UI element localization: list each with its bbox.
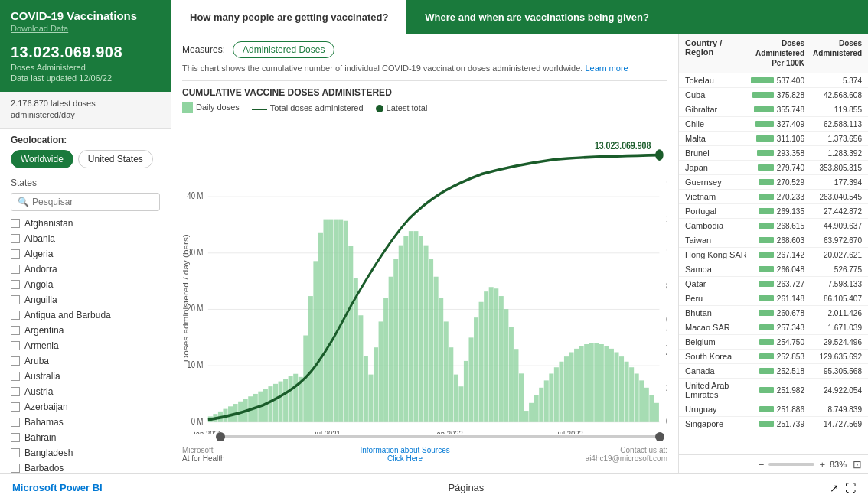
table-row[interactable]: South Korea 252.853 129.635.692 bbox=[679, 350, 868, 364]
row-per100k: 537.400 bbox=[777, 76, 804, 85]
table-row[interactable]: Uruguay 251.886 8.749.839 bbox=[679, 402, 868, 417]
list-item[interactable]: Andorra bbox=[11, 262, 165, 277]
svg-rect-81 bbox=[524, 412, 529, 423]
table-row[interactable]: Belgium 254.750 29.524.496 bbox=[679, 335, 868, 350]
row-country: Uruguay bbox=[685, 405, 751, 414]
row-bar bbox=[759, 266, 774, 272]
table-row[interactable]: Hong Kong SAR 267.142 20.027.621 bbox=[679, 248, 868, 262]
fit-icon[interactable]: ⊡ bbox=[853, 458, 862, 470]
table-row[interactable]: Singapore 251.739 14.727.569 bbox=[679, 417, 868, 431]
list-item[interactable]: Algeria bbox=[11, 246, 165, 262]
table-row[interactable]: Cambodia 268.615 44.909.637 bbox=[679, 219, 868, 233]
table-row[interactable]: Canada 252.518 95.305.568 bbox=[679, 364, 868, 379]
zoom-out-button[interactable]: − bbox=[757, 459, 766, 470]
table-row[interactable]: Cuba 375.828 42.568.608 bbox=[679, 88, 868, 102]
tab-how-many[interactable]: How many people are getting vaccinated? bbox=[171, 0, 406, 34]
svg-rect-60 bbox=[419, 236, 423, 422]
list-item[interactable]: Angola bbox=[11, 277, 165, 292]
row-total: 63.972.670 bbox=[804, 236, 862, 245]
footer-center[interactable]: Information about SourcesClick Here bbox=[360, 446, 449, 463]
table-row[interactable]: Samoa 266.048 526.775 bbox=[679, 262, 868, 277]
svg-rect-80 bbox=[519, 374, 524, 422]
country-checkbox[interactable] bbox=[11, 402, 20, 412]
list-item[interactable]: Anguilla bbox=[11, 292, 165, 307]
row-bar bbox=[759, 421, 774, 427]
list-item[interactable]: Bahrain bbox=[11, 430, 165, 445]
country-checkbox[interactable] bbox=[11, 265, 20, 274]
table-row[interactable]: Brunei 293.358 1.283.392 bbox=[679, 146, 868, 161]
country-checkbox[interactable] bbox=[11, 356, 20, 366]
row-per100k: 293.358 bbox=[777, 149, 804, 158]
list-item[interactable]: Austria bbox=[11, 384, 165, 399]
country-checkbox[interactable] bbox=[11, 326, 20, 335]
country-checkbox[interactable] bbox=[11, 464, 20, 473]
country-checkbox[interactable] bbox=[11, 418, 20, 427]
expand-icon[interactable]: ↗ bbox=[830, 482, 839, 494]
list-item[interactable]: Argentina bbox=[11, 323, 165, 338]
time-range-slider[interactable] bbox=[182, 434, 667, 443]
table-row[interactable]: Peru 261.148 86.105.407 bbox=[679, 291, 868, 306]
slider-handle-right[interactable] bbox=[655, 432, 664, 441]
table-row[interactable]: Chile 327.409 62.588.113 bbox=[679, 117, 868, 132]
svg-rect-46 bbox=[348, 246, 353, 422]
list-item[interactable]: Armenia bbox=[11, 338, 165, 353]
country-checkbox[interactable] bbox=[11, 372, 20, 381]
row-bar bbox=[754, 106, 774, 112]
us-button[interactable]: United States bbox=[78, 150, 153, 168]
zoom-in-button[interactable]: + bbox=[817, 459, 827, 470]
list-item[interactable]: Aruba bbox=[11, 353, 165, 369]
power-bi-link[interactable]: Microsoft Power BI bbox=[12, 482, 103, 493]
country-checkbox[interactable] bbox=[11, 448, 20, 457]
table-row[interactable]: Taiwan 268.603 63.972.670 bbox=[679, 233, 868, 248]
table-row[interactable]: Qatar 263.727 7.598.133 bbox=[679, 277, 868, 291]
row-bar bbox=[759, 179, 774, 185]
svg-text:14 Bi: 14 Bi bbox=[666, 179, 667, 190]
list-item[interactable]: Australia bbox=[11, 369, 165, 384]
country-name: Andorra bbox=[24, 264, 57, 275]
list-item[interactable]: Albania bbox=[11, 231, 165, 246]
chart-wrapper: 0 Mi 10 Mi 20 Mi 30 Mi 40 Mi 0 Bi 2 Bi 4… bbox=[182, 118, 667, 434]
table-row[interactable]: Bhutan 260.678 2.011.426 bbox=[679, 306, 868, 320]
country-checkbox[interactable] bbox=[11, 219, 20, 228]
country-checkbox[interactable] bbox=[11, 433, 20, 442]
table-row[interactable]: Guernsey 270.529 177.394 bbox=[679, 175, 868, 190]
tab-where-when[interactable]: Where and when are vaccinations being gi… bbox=[406, 0, 667, 34]
list-item[interactable]: Bahamas bbox=[11, 415, 165, 430]
zoom-slider[interactable] bbox=[768, 463, 814, 466]
list-item[interactable]: Azerbaijan bbox=[11, 399, 165, 415]
worldwide-button[interactable]: Worldwide bbox=[11, 150, 73, 168]
table-row[interactable]: United Arab Emirates 251.982 24.922.054 bbox=[679, 379, 868, 402]
download-link[interactable]: Download Data bbox=[11, 24, 160, 33]
learn-more-link[interactable]: Learn more bbox=[585, 63, 628, 73]
search-input[interactable] bbox=[32, 197, 153, 207]
administered-doses-button[interactable]: Administered Doses bbox=[233, 41, 334, 58]
row-per100k: 257.343 bbox=[777, 324, 804, 332]
table-row[interactable]: Macao SAR 257.343 1.671.039 bbox=[679, 320, 868, 335]
sidebar: COVID-19 Vaccinations Download Data 13.0… bbox=[0, 0, 171, 473]
list-item[interactable]: Afghanistan bbox=[11, 216, 165, 231]
country-checkbox[interactable] bbox=[11, 295, 20, 304]
country-checkbox[interactable] bbox=[11, 280, 20, 289]
svg-rect-62 bbox=[429, 259, 433, 422]
country-checkbox[interactable] bbox=[11, 311, 20, 320]
list-item[interactable]: Bangladesh bbox=[11, 445, 165, 460]
country-checkbox[interactable] bbox=[11, 341, 20, 350]
list-item[interactable]: Antigua and Barbuda bbox=[11, 307, 165, 323]
fullscreen-icon[interactable]: ⛶ bbox=[845, 482, 856, 494]
table-row[interactable]: Malta 311.106 1.373.656 bbox=[679, 132, 868, 146]
svg-rect-49 bbox=[364, 356, 368, 422]
country-checkbox[interactable] bbox=[11, 234, 20, 243]
country-checkbox[interactable] bbox=[11, 249, 20, 259]
svg-rect-91 bbox=[574, 349, 579, 422]
table-row[interactable]: Portugal 269.135 27.442.872 bbox=[679, 204, 868, 219]
table-row[interactable]: Tokelau 537.400 5.374 bbox=[679, 73, 868, 88]
row-country: Guernsey bbox=[685, 177, 751, 187]
row-bar bbox=[751, 77, 774, 83]
slider-handle-left[interactable] bbox=[216, 432, 225, 441]
table-row[interactable]: Gibraltar 355.748 119.855 bbox=[679, 102, 868, 117]
country-checkbox[interactable] bbox=[11, 387, 20, 396]
row-bar bbox=[758, 164, 774, 171]
table-row[interactable]: Japan 279.740 353.805.315 bbox=[679, 161, 868, 175]
table-row[interactable]: Vietnam 270.233 263.040.545 bbox=[679, 190, 868, 204]
list-item[interactable]: Barbados bbox=[11, 460, 165, 473]
